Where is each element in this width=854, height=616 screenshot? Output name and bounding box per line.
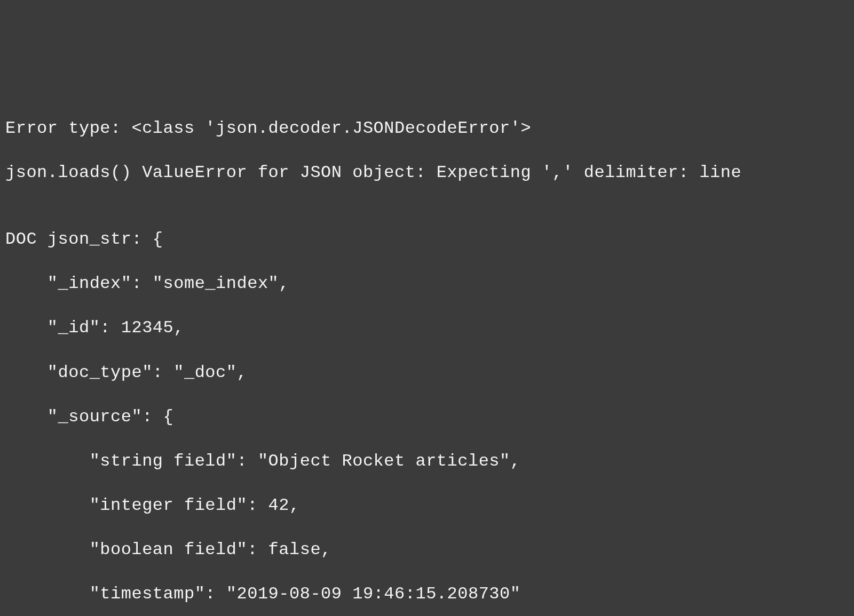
output-line: DOC json_str: { <box>5 228 849 251</box>
output-line: "boolean field": false, <box>5 539 849 561</box>
output-line: Error type: <class 'json.decoder.JSONDec… <box>5 117 849 140</box>
output-line: "doc_type": "_doc", <box>5 362 849 384</box>
output-line: json.loads() ValueError for JSON object:… <box>5 162 849 184</box>
output-line: "_source": { <box>5 406 849 428</box>
output-line: "_id": 12345, <box>5 317 849 339</box>
output-line: "timestamp": "2019-08-09 19:46:15.208730… <box>5 583 849 605</box>
output-line: "integer field": 42, <box>5 494 849 517</box>
terminal-output: Error type: <class 'json.decoder.JSONDec… <box>5 95 849 616</box>
output-line: "string field": "Object Rocket articles"… <box>5 450 849 473</box>
output-line: "_index": "some_index", <box>5 273 849 295</box>
